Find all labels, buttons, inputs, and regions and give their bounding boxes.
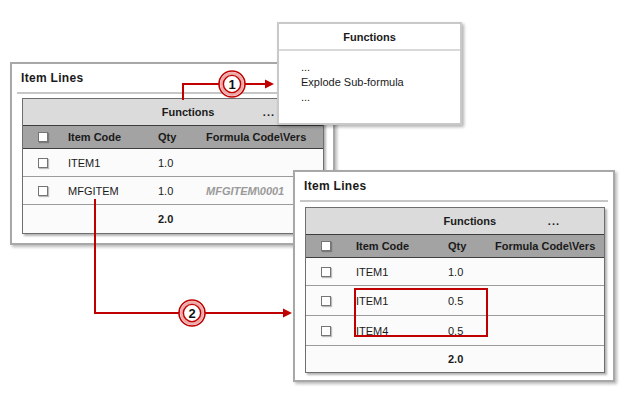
row-checkbox[interactable] bbox=[321, 296, 331, 306]
qty-cell: 1.0 bbox=[153, 185, 201, 197]
column-header-qty: Qty bbox=[436, 240, 491, 252]
select-all-checkbox[interactable] bbox=[321, 241, 331, 251]
callout-2: 2 bbox=[179, 300, 205, 326]
qty-cell: 1.0 bbox=[436, 266, 491, 278]
menu-item-ellipsis-bottom[interactable]: ... bbox=[301, 90, 460, 105]
column-header-item-code: Item Code bbox=[63, 131, 153, 143]
row-checkbox[interactable] bbox=[321, 326, 331, 336]
qty-cell: 1.0 bbox=[153, 157, 201, 169]
grid-header-row: Item Code Qty Formula Code\Vers bbox=[306, 234, 604, 258]
more-menu-button[interactable]: ... bbox=[548, 208, 560, 234]
page-title: Item Lines bbox=[21, 71, 83, 85]
column-header-qty: Qty bbox=[153, 131, 201, 143]
grid-header-row: Item Code Qty Formula Code\Vers bbox=[23, 125, 323, 149]
functions-menu-button[interactable]: Functions bbox=[444, 208, 497, 234]
item-code-cell: ITEM1 bbox=[346, 266, 436, 278]
popup-title: Functions bbox=[279, 24, 460, 51]
page-title: Item Lines bbox=[304, 179, 366, 193]
diagram-canvas: Item Lines Functions ... Item Code Qty F… bbox=[0, 0, 624, 410]
column-header-item-code: Item Code bbox=[346, 240, 436, 252]
total-row: 2.0 bbox=[23, 205, 323, 233]
callout-2-number: 2 bbox=[188, 306, 195, 321]
total-qty-value: 2.0 bbox=[153, 213, 201, 225]
title-divider bbox=[300, 200, 608, 202]
row-checkbox[interactable] bbox=[38, 186, 48, 196]
select-all-checkbox[interactable] bbox=[38, 132, 48, 142]
grid-toolbar: Functions ... bbox=[306, 208, 604, 234]
more-menu-button[interactable]: ... bbox=[263, 99, 275, 125]
column-header-formula: Formula Code\Vers bbox=[491, 240, 604, 252]
exploded-rows-highlight-box bbox=[354, 288, 488, 337]
table-row: ITEM1 1.0 bbox=[23, 149, 323, 177]
column-header-formula: Formula Code\Vers bbox=[201, 131, 323, 143]
item-lines-panel-after: Item Lines Functions ... Item Code Qty F… bbox=[293, 170, 615, 382]
table-row: MFGITEM 1.0 MFGITEM\0001 bbox=[23, 177, 323, 205]
item-code-cell: ITEM1 bbox=[63, 157, 153, 169]
functions-menu-popup: Functions ... Explode Sub-formula ... bbox=[277, 22, 462, 125]
table-row: ITEM1 1.0 bbox=[306, 258, 604, 286]
menu-item-ellipsis-top[interactable]: ... bbox=[301, 60, 460, 75]
item-code-cell: MFGITEM bbox=[63, 185, 153, 197]
popup-menu-list: ... Explode Sub-formula ... bbox=[279, 51, 460, 105]
menu-item-explode-sub-formula[interactable]: Explode Sub-formula bbox=[301, 75, 460, 90]
total-qty-value: 2.0 bbox=[436, 353, 491, 365]
functions-menu-button[interactable]: Functions bbox=[162, 99, 215, 125]
total-row: 2.0 bbox=[306, 346, 604, 372]
row-checkbox[interactable] bbox=[38, 158, 48, 168]
row-checkbox[interactable] bbox=[321, 267, 331, 277]
